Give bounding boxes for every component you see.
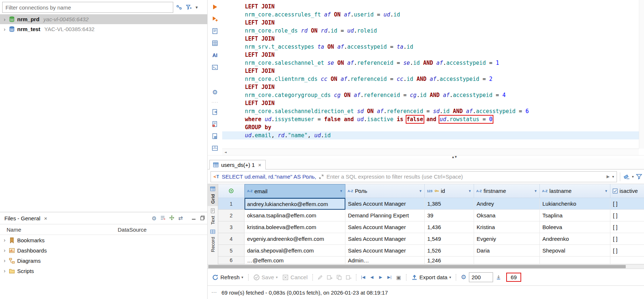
sql-line[interactable]: ud.email, rd."name", ud.id xyxy=(222,131,644,139)
connection-item-nrm_prd[interactable]: ›nrm_prdyac-vl-00456:6432 xyxy=(0,14,207,24)
grid-cell[interactable]: evgeniy.andreenko@effem.com xyxy=(245,233,345,245)
save-button[interactable]: Save ▾ xyxy=(252,273,279,281)
grid-cell[interactable]: 39 xyxy=(425,210,474,221)
grid-cell[interactable]: Daria xyxy=(474,245,540,257)
row-number[interactable]: 6 xyxy=(218,257,245,264)
sql-line[interactable]: GROUP by xyxy=(245,123,644,131)
column-header-role[interactable]: A-ZРоль▼ xyxy=(345,184,425,198)
results-filter-field[interactable]: <T SELECT ud.email, rd."name" AS Роль, E… xyxy=(211,171,617,182)
filter-expression-placeholder[interactable]: Enter a SQL expression to filter results… xyxy=(326,173,604,180)
column-header-email[interactable]: A-Zemail▼ xyxy=(245,184,345,198)
row-number[interactable]: 3 xyxy=(218,221,245,233)
layout-panels-icon[interactable] xyxy=(210,144,220,153)
sql-line[interactable]: LEFT JOIN xyxy=(245,51,644,59)
export-data-button[interactable]: Export data ▾ xyxy=(410,273,453,281)
scroll-left-icon[interactable]: ◄ xyxy=(224,150,227,154)
grid-cell[interactable]: Tsaplina xyxy=(540,210,610,221)
grid-corner-cell[interactable] xyxy=(218,184,245,198)
sql-line[interactable]: where ud.issystemuser = false and ud.isa… xyxy=(245,115,644,123)
grid-cell[interactable]: Sales Account Manager xyxy=(345,245,425,257)
collapse-all-icon[interactable] xyxy=(160,215,166,222)
ai-assistant-icon[interactable]: AI xyxy=(210,51,220,60)
files-item-bookmarks[interactable]: ›Bookmarks xyxy=(0,235,207,245)
sql-line[interactable]: nrm_core.saleschannel_et se ON af.refere… xyxy=(245,59,644,67)
clear-filter-icon[interactable] xyxy=(623,173,630,180)
sql-console-icon[interactable] xyxy=(210,63,220,72)
expander-chevron-icon[interactable]: › xyxy=(3,26,7,32)
grid-cell[interactable]: 1,526 xyxy=(425,245,474,257)
grid-cell[interactable]: 1,246 xyxy=(425,257,474,264)
sql-horizontal-scrollbar[interactable]: ◄ xyxy=(222,149,639,155)
grid-cell[interactable]: Shepoval xyxy=(540,245,610,257)
files-item-diagrams[interactable]: ›Diagrams xyxy=(0,255,207,266)
connection-item-nrm_test[interactable]: ›nrm_testYAC-VL-00385:6432 xyxy=(0,24,207,34)
grid-horizontal-scrollbar[interactable] xyxy=(208,264,644,269)
expander-chevron-icon[interactable]: › xyxy=(3,258,7,264)
grid-cell[interactable]: Sales Account Manager xyxy=(345,198,425,210)
connection-view-icon[interactable] xyxy=(175,4,183,11)
grid-cell[interactable]: [ ] xyxy=(610,198,644,210)
scrollbar-thumb[interactable] xyxy=(208,265,626,268)
sql-line[interactable]: LEFT JOIN xyxy=(245,83,644,91)
column-header-datasource[interactable]: DataSource xyxy=(118,227,147,233)
grid-cell[interactable]: Lukianchenko xyxy=(540,198,610,210)
sql-line[interactable]: nrm_core.categorygroup_cds cg ON af.refe… xyxy=(245,91,644,99)
column-header-firstname[interactable]: A-Zfirstname▼ xyxy=(474,184,540,198)
files-item-dashboards[interactable]: ›Dashboards xyxy=(0,245,207,255)
go-to-row-icon[interactable]: ▣ xyxy=(395,273,403,281)
side-tab-text[interactable]: Text xyxy=(208,206,218,227)
row-number[interactable]: 4 xyxy=(218,233,245,245)
connection-filter-input[interactable] xyxy=(2,2,173,13)
grid-cell[interactable]: …@effem.com xyxy=(245,257,345,264)
grid-cell[interactable]: Sales Account Manager xyxy=(345,233,425,245)
open-script-icon[interactable] xyxy=(210,132,220,141)
grid-cell[interactable]: Sales Account Manager xyxy=(345,221,425,233)
column-header-lastname[interactable]: A-Zlastname▼ xyxy=(540,184,610,198)
grid-cell[interactable] xyxy=(610,257,644,264)
sql-line[interactable]: nrm_srv.t_accesstypes ta ON af.accesstyp… xyxy=(245,43,644,51)
expander-chevron-icon[interactable]: › xyxy=(3,237,7,243)
sql-editor[interactable]: LEFT JOINnrm_core.accessrules_ft af ON a… xyxy=(222,0,644,155)
row-number[interactable]: 1 xyxy=(218,198,245,210)
first-row-icon[interactable]: |◀ xyxy=(360,273,367,281)
results-splitter[interactable]: ▴▾ xyxy=(208,155,644,158)
expander-chevron-icon[interactable]: › xyxy=(3,16,7,22)
link-editor-icon[interactable] xyxy=(169,215,175,222)
clear-filter-chevron-icon[interactable]: ▾ xyxy=(632,175,634,179)
grid-cell[interactable]: 1,549 xyxy=(425,233,474,245)
edit-cell-icon[interactable] xyxy=(316,273,324,281)
grid-cell[interactable]: Evgeniy xyxy=(474,233,540,245)
column-header-isactive[interactable]: isactive▼ xyxy=(610,184,644,198)
last-row-icon[interactable]: ▶| xyxy=(386,273,393,281)
grid-cell[interactable]: [ ] xyxy=(610,221,644,233)
grid-cell[interactable]: andrey.lukianchenko@effem.com xyxy=(245,198,345,210)
grid-cell[interactable]: oksana.tsaplina@effem.com xyxy=(245,210,345,221)
connection-filter-icon[interactable] xyxy=(185,4,193,11)
maximize-icon[interactable] xyxy=(200,215,205,221)
column-menu-chevron-icon[interactable]: ▼ xyxy=(605,189,608,193)
grid-cell[interactable]: Boleeva xyxy=(540,221,610,233)
tab-files-general[interactable]: Files - General × xyxy=(3,214,49,223)
grid-cell[interactable]: Oksana xyxy=(474,210,540,221)
column-header-name[interactable]: Name xyxy=(0,227,118,233)
sql-line[interactable]: LEFT JOIN xyxy=(245,99,644,107)
close-icon[interactable]: × xyxy=(43,215,48,221)
splitter-collapse-icons[interactable]: ▴▾ xyxy=(452,154,458,159)
sql-line[interactable]: nrm_core.clientnrm_cds cc ON af.referenc… xyxy=(245,75,644,83)
previous-row-icon[interactable]: ◀ xyxy=(368,273,376,281)
panel-settings-icon[interactable]: ⚙ xyxy=(152,216,156,221)
sql-line[interactable]: nrm_core.role_ds rd ON rd.id = ud.roleid xyxy=(245,27,644,35)
apply-filter-icon[interactable]: ▶ xyxy=(606,174,609,179)
column-menu-chevron-icon[interactable]: ▼ xyxy=(468,189,471,193)
expander-chevron-icon[interactable]: › xyxy=(3,268,7,274)
grid-cell[interactable]: [ ] xyxy=(610,233,644,245)
sql-line[interactable]: LEFT JOIN xyxy=(245,35,644,43)
column-menu-chevron-icon[interactable]: ▼ xyxy=(534,189,537,193)
sql-line[interactable]: nrm_core.saleschanneldirection_et sd ON … xyxy=(245,107,644,115)
column-menu-chevron-icon[interactable]: ▼ xyxy=(340,189,343,193)
fetch-next-icon[interactable] xyxy=(495,273,503,281)
sync-icon[interactable]: ⇄ xyxy=(178,215,183,221)
export-script-icon[interactable] xyxy=(210,108,220,116)
side-tab-grid[interactable]: Grid xyxy=(208,184,218,206)
query-plan-icon[interactable] xyxy=(210,39,220,48)
